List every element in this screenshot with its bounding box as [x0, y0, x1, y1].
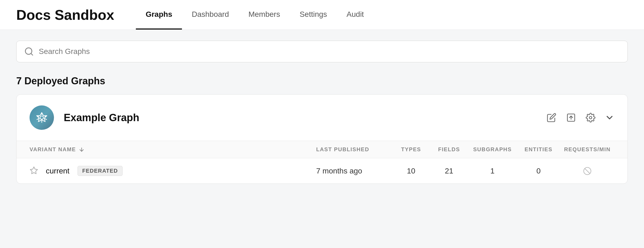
search-input[interactable] [39, 47, 620, 56]
tab-audit[interactable]: Audit [337, 0, 374, 30]
tab-dashboard[interactable]: Dashboard [182, 0, 239, 30]
svg-point-12 [589, 117, 592, 119]
entities-cell: 0 [517, 167, 560, 175]
graph-card-actions [546, 112, 614, 123]
table-row: current FEDERATED 7 months ago 10 21 1 0 [17, 158, 627, 183]
settings-icon[interactable] [585, 112, 596, 123]
edit-icon[interactable] [546, 112, 557, 123]
svg-marker-14 [30, 167, 38, 173]
table-header-row: VARIANT NAME LAST PUBLISHED TYPES FIELDS… [17, 141, 627, 158]
search-icon [24, 47, 34, 56]
graph-card: Example Graph [16, 94, 628, 184]
col-header-subgraphs: SUBGRAPHS [468, 146, 517, 153]
variant-name-cell: current FEDERATED [30, 166, 316, 176]
star-icon[interactable] [30, 166, 38, 176]
last-published-cell: 7 months ago [316, 167, 392, 175]
svg-line-16 [585, 168, 590, 173]
header: Docs Sandbox Graphs Dashboard Members Se… [0, 0, 644, 30]
search-bar [16, 41, 628, 62]
app-title: Docs Sandbox [16, 7, 114, 23]
tab-graphs[interactable]: Graphs [136, 0, 182, 30]
svg-line-1 [31, 53, 33, 55]
chevron-down-icon[interactable] [605, 113, 614, 123]
main-content: 7 Deployed Graphs Example Graph [0, 30, 644, 195]
no-data-icon [583, 167, 592, 175]
subgraphs-cell: 1 [468, 167, 517, 175]
col-header-entities: ENTITIES [517, 146, 560, 153]
tab-members[interactable]: Members [239, 0, 290, 30]
col-header-last-published: LAST PUBLISHED [316, 146, 392, 153]
variant-name-text[interactable]: current [46, 167, 69, 175]
graph-avatar [30, 105, 54, 130]
tab-settings[interactable]: Settings [290, 0, 337, 30]
graph-name: Example Graph [64, 112, 139, 124]
publish-icon[interactable] [566, 112, 576, 123]
section-title: 7 Deployed Graphs [16, 75, 628, 87]
col-header-requests-min: REQUESTS/MIN [560, 146, 614, 153]
col-header-types: TYPES [392, 146, 430, 153]
requests-min-cell [560, 167, 614, 175]
svg-point-3 [40, 116, 44, 120]
sort-icon[interactable] [79, 147, 85, 153]
graph-card-header: Example Graph [17, 95, 627, 141]
col-header-variant-name: VARIANT NAME [30, 146, 316, 153]
nav-tabs: Graphs Dashboard Members Settings Audit [136, 0, 374, 30]
federated-badge: FEDERATED [78, 166, 123, 176]
graph-table: VARIANT NAME LAST PUBLISHED TYPES FIELDS… [17, 141, 627, 183]
fields-cell: 21 [430, 167, 468, 175]
col-header-fields: FIELDS [430, 146, 468, 153]
types-cell: 10 [392, 167, 430, 175]
